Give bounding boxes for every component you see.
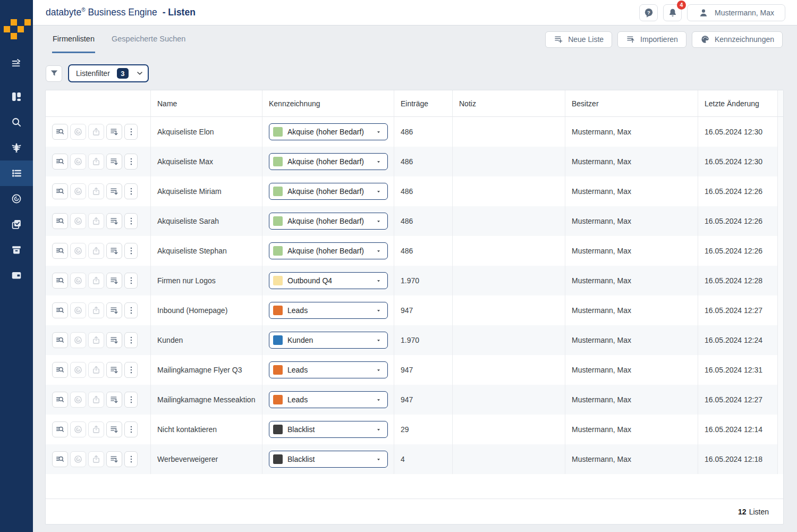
table-scrollbar-gutter	[778, 206, 783, 236]
kennzeichnung-select[interactable]: Akquise (hoher Bedarf)	[269, 153, 388, 170]
list-export-button[interactable]	[106, 421, 122, 437]
list-preview-button[interactable]	[52, 154, 68, 170]
list-preview-button[interactable]	[52, 213, 68, 229]
table-empty-space	[46, 474, 783, 499]
kennzeichnung-select[interactable]: Akquise (hoher Bedarf)	[269, 242, 388, 259]
list-export-button[interactable]	[106, 362, 122, 378]
list-preview-button[interactable]	[52, 332, 68, 348]
sidebar-item-selections[interactable]	[0, 186, 33, 212]
table-row: Akquiseliste MaxAkquise (hoher Bedarf)48…	[46, 147, 783, 176]
list-name-cell: Werbeverweigerer	[151, 444, 262, 474]
list-preview-button[interactable]	[52, 392, 68, 408]
kennzeichnung-select[interactable]: Blacklist	[269, 451, 388, 468]
row-actions-cell	[46, 147, 151, 176]
listenfilter-dropdown[interactable]: Listenfilter 3	[68, 64, 149, 82]
row-menu-button[interactable]	[124, 392, 138, 408]
kennzeichnung-select[interactable]: Leads	[269, 302, 388, 319]
row-actions-cell	[46, 325, 151, 355]
caret-down-icon	[376, 397, 381, 403]
list-preview-button[interactable]	[52, 451, 68, 467]
row-menu-button[interactable]	[124, 273, 138, 289]
table-scrollbar-gutter	[778, 176, 783, 206]
row-menu-button[interactable]	[124, 302, 138, 318]
list-target-button	[70, 124, 86, 140]
sidebar-item-dashboard[interactable]	[0, 84, 33, 109]
modified-cell: 16.05.2024 12:18	[698, 444, 778, 474]
list-export-button[interactable]	[106, 451, 122, 467]
kennzeichnung-select[interactable]: Leads	[269, 361, 388, 378]
list-preview-button[interactable]	[52, 183, 68, 199]
row-menu-button[interactable]	[124, 213, 138, 229]
list-preview-button[interactable]	[52, 421, 68, 437]
owner-cell: Mustermann, Max	[565, 266, 698, 295]
row-menu-button[interactable]	[124, 332, 138, 348]
caret-down-icon	[376, 129, 381, 135]
owner-cell: Mustermann, Max	[565, 325, 698, 355]
kennzeichnung-select[interactable]: Akquise (hoher Bedarf)	[269, 123, 388, 140]
brand-name: databyte	[46, 7, 81, 18]
caret-down-icon	[376, 218, 381, 224]
kennzeichnung-select[interactable]: Akquise (hoher Bedarf)	[269, 213, 388, 230]
import-button[interactable]: Importieren	[617, 31, 686, 48]
list-export-button[interactable]	[106, 392, 122, 408]
caret-down-icon	[376, 248, 381, 254]
row-menu-button[interactable]	[124, 451, 138, 467]
list-export-button[interactable]	[106, 243, 122, 259]
target-icon	[73, 335, 83, 345]
list-export-button[interactable]	[106, 302, 122, 318]
list-export-button[interactable]	[106, 213, 122, 229]
note-cell	[453, 206, 565, 236]
list-preview-button[interactable]	[52, 243, 68, 259]
user-menu-button[interactable]: Mustermann, Max	[687, 4, 785, 21]
list-export-button[interactable]	[106, 183, 122, 199]
caret-down-icon	[376, 427, 381, 433]
filter-button[interactable]	[46, 65, 62, 82]
kennzeichnung-cell: Kunden	[262, 325, 394, 355]
list-target-button	[70, 213, 86, 229]
sidebar-item-register[interactable]	[0, 135, 33, 161]
row-actions-cell	[46, 236, 151, 266]
list-export-button[interactable]	[106, 124, 122, 140]
kennzeichnung-cell: Blacklist	[262, 415, 394, 444]
row-menu-button[interactable]	[124, 124, 138, 140]
list-export-button[interactable]	[106, 154, 122, 170]
row-menu-button[interactable]	[124, 243, 138, 259]
share-icon	[91, 306, 101, 315]
entries-cell: 1.970	[394, 325, 453, 355]
list-preview-button[interactable]	[52, 302, 68, 318]
list-preview-button[interactable]	[52, 273, 68, 289]
sidebar-item-wallet[interactable]	[0, 263, 33, 288]
kennzeichnung-select[interactable]: Akquise (hoher Bedarf)	[269, 183, 388, 200]
tab-firmenlisten[interactable]: Firmenlisten	[52, 26, 95, 53]
row-menu-button[interactable]	[124, 183, 138, 199]
logo-square	[4, 26, 10, 32]
row-menu-button[interactable]	[124, 362, 138, 378]
row-menu-button[interactable]	[124, 154, 138, 170]
modified-cell: 16.05.2024 12:24	[698, 325, 778, 355]
caret-down-icon	[376, 159, 381, 165]
sidebar-item-collapse[interactable]	[0, 51, 33, 77]
row-actions-cell	[46, 415, 151, 444]
sidebar-item-tasks[interactable]	[0, 212, 33, 237]
kennzeichnung-select[interactable]: Blacklist	[269, 421, 388, 438]
kennzeichnung-select[interactable]: Kunden	[269, 332, 388, 349]
tab-gespeicherte-suchen[interactable]: Gespeicherte Suchen	[111, 26, 186, 53]
sidebar-item-search[interactable]	[0, 109, 33, 135]
kebab-menu-icon	[126, 395, 136, 404]
databyte-logo	[0, 0, 33, 51]
sidebar-item-lists[interactable]	[0, 161, 33, 186]
list-preview-button[interactable]	[52, 362, 68, 378]
row-menu-button[interactable]	[124, 421, 138, 437]
tasks-check-icon	[11, 218, 22, 230]
labels-button[interactable]: Kennzeichnungen	[692, 31, 783, 48]
sidebar-item-archive[interactable]	[0, 237, 33, 263]
list-preview-button[interactable]	[52, 124, 68, 140]
kennzeichnung-select[interactable]: Leads	[269, 391, 388, 408]
modified-cell: 16.05.2024 12:28	[698, 266, 778, 295]
help-button[interactable]: ?	[639, 4, 658, 21]
kennzeichnung-select[interactable]: Outbound Q4	[269, 272, 388, 289]
list-export-button[interactable]	[106, 273, 122, 289]
list-export-button[interactable]	[106, 332, 122, 348]
list-search-icon	[55, 246, 65, 256]
new-list-button[interactable]: Neue Liste	[545, 31, 612, 48]
